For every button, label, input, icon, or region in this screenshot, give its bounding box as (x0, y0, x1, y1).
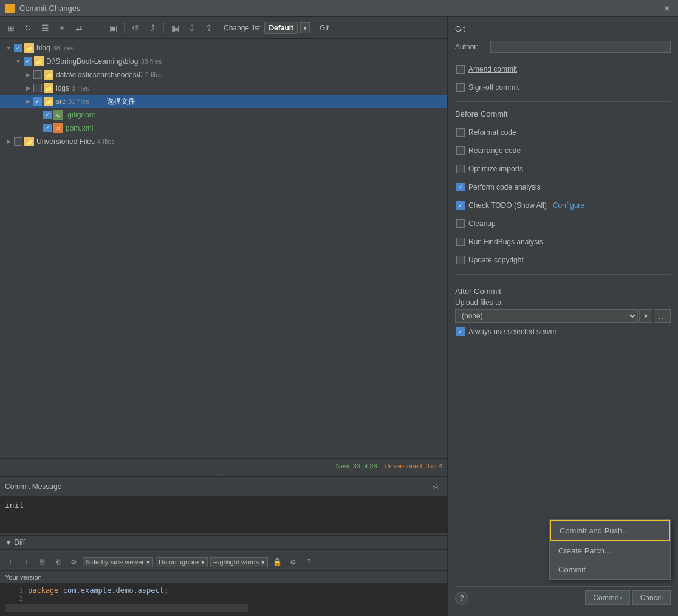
diff-viewer-arrow: ▾ (146, 558, 150, 566)
run-findbugs-row[interactable]: Run FindBugs analysis (455, 235, 671, 248)
diff-settings-button[interactable]: ⚙ (67, 555, 80, 569)
upload-dropdown-container: (none) ▾ … (455, 309, 671, 323)
diff-copy2-button[interactable]: ⎗ (51, 555, 64, 569)
update-copyright-checkbox[interactable] (456, 256, 465, 264)
tree-row-logs[interactable]: ▶ 📁 logs 3 files (0, 81, 447, 95)
tree-check-unversioned[interactable] (14, 137, 22, 146)
diff-help-button[interactable]: ? (302, 555, 315, 569)
amend-commit-row[interactable]: Amend commit (455, 63, 671, 76)
git-section-title: Git (455, 24, 671, 33)
commit-and-push-item[interactable]: Commit and Push... (550, 520, 670, 541)
tree-row-src[interactable]: ▶ ✓ 📁 src 31 files 选择文件 (0, 95, 447, 108)
perform-code-analysis-checkbox[interactable]: ✓ (456, 183, 465, 191)
run-findbugs-checkbox[interactable] (456, 238, 465, 246)
diff-lock-button[interactable]: 🔒 (270, 555, 284, 569)
diff-ignore-dropdown[interactable]: Do not ignore ▾ (156, 557, 208, 567)
perform-code-analysis-row[interactable]: ✓ Perform code analysis (455, 180, 671, 194)
tree-check-springboot[interactable]: ✓ (24, 57, 32, 66)
tree-row-gitignore[interactable]: ✓ G .gitignore (0, 108, 447, 121)
author-input[interactable] (490, 41, 671, 53)
tree-row-unversioned[interactable]: ▶ 📁 Unversioned Files 4 files (0, 135, 447, 148)
upload-dropdown[interactable]: (none) (455, 309, 638, 323)
always-use-server-checkbox[interactable]: ✓ (456, 327, 465, 336)
diff-prev-button[interactable]: ↑ (4, 555, 17, 569)
diff-viewer-dropdown[interactable]: Side-by-side viewer ▾ (83, 557, 153, 567)
rearrange-code-checkbox[interactable] (456, 146, 465, 155)
undo-button[interactable]: ↺ (128, 21, 143, 35)
diff-gear-button[interactable]: ⚙ (286, 555, 300, 569)
git-label: Git (320, 24, 329, 32)
reformat-code-checkbox[interactable] (456, 128, 465, 137)
help-button[interactable]: ? (455, 592, 468, 605)
upload-dropdown-arrow-btn[interactable]: ▾ (639, 309, 652, 323)
rearrange-code-row[interactable]: Rearrange code (455, 144, 671, 157)
commit-dropdown: Commit and Push... Create Patch... Commi… (549, 519, 671, 580)
change-list-value: Default (264, 22, 298, 34)
group-by-button[interactable]: ☰ (38, 21, 52, 35)
tree-check-logs[interactable] (33, 84, 42, 92)
tree-check-gitignore[interactable]: ✓ (43, 111, 52, 119)
tree-row-springboot[interactable]: ▼ ✓ 📁 D:\SpringBoot-Learning\blog 38 fil… (0, 55, 447, 68)
change-list-dropdown[interactable]: ▾ (300, 22, 310, 33)
after-commit-section: After Commit Upload files to: (none) ▾ …… (455, 287, 671, 338)
tree-check-blog[interactable]: ✓ (14, 44, 22, 52)
commit-message-label: Commit Message (5, 482, 61, 491)
always-use-server-row[interactable]: ✓ Always use selected server (455, 325, 671, 338)
diff-button[interactable]: ▣ (106, 21, 120, 35)
commit-item[interactable]: Commit (550, 560, 670, 579)
tree-row-blog[interactable]: ▼ ✓ 📁 blog 38 files (0, 41, 447, 55)
commit-button-arrow: ▾ (620, 595, 622, 601)
sign-off-checkbox[interactable] (456, 83, 465, 92)
app-icon (5, 4, 15, 13)
move-to-changelist-button[interactable]: ⇄ (72, 21, 86, 35)
remove-button[interactable]: — (89, 21, 103, 35)
check-todo-row[interactable]: ✓ Check TODO (Show All) Configure (455, 199, 671, 212)
sort-asc-button[interactable]: ⇩ (185, 21, 199, 35)
cleanup-row[interactable]: Cleanup (455, 217, 671, 230)
run-findbugs-label: Run FindBugs analysis (468, 238, 543, 246)
tree-label-pomxml: pom.xml (66, 124, 93, 132)
cleanup-checkbox[interactable] (456, 219, 465, 228)
commit-button[interactable]: Commit ▾ (585, 590, 629, 605)
bottom-area: Commit and Push... Create Patch... Commi… (455, 584, 671, 609)
cancel-button[interactable]: Cancel (632, 590, 671, 605)
commit-button-label: Commit (593, 594, 618, 602)
add-button[interactable]: ＋ (55, 21, 69, 35)
tree-row-pomxml[interactable]: ✓ X pom.xml (0, 121, 447, 135)
diff-highlight-dropdown[interactable]: Highlight words ▾ (210, 557, 268, 567)
commit-message-action-button[interactable]: ⎘ (428, 479, 442, 494)
diff-copy-button[interactable]: ⎘ (35, 555, 49, 569)
tree-check-src[interactable]: ✓ (33, 97, 42, 106)
optimize-imports-row[interactable]: Optimize imports (455, 162, 671, 176)
create-patch-item[interactable]: Create Patch... (550, 541, 670, 560)
tree-row-elasticsearch[interactable]: ▶ 📁 data\elasticsearch\nodes\0 2 files (0, 68, 447, 81)
optimize-imports-checkbox[interactable] (456, 165, 465, 173)
jump-button[interactable]: ⤴ (145, 21, 160, 35)
refresh-button[interactable]: ↻ (21, 21, 35, 35)
always-use-server-label: Always use selected server (468, 327, 556, 336)
line-number-1: 1 (5, 587, 23, 595)
upload-more-btn[interactable]: … (654, 309, 671, 323)
close-button[interactable]: ✕ (661, 2, 673, 15)
divider-2 (455, 274, 671, 275)
diff-highlight-arrow: ▾ (261, 558, 265, 566)
tree-count-blog: 38 files (53, 44, 74, 52)
tree-label-springboot: D:\SpringBoot-Learning\blog (46, 57, 138, 66)
diff-toolbar: ↑ ↓ ⎘ ⎗ ⚙ Side-by-side viewer ▾ Do not i… (0, 553, 447, 571)
reformat-code-row[interactable]: Reformat code (455, 126, 671, 139)
main-container: ⊞ ↻ ☰ ＋ ⇄ — ▣ ↺ ⤴ ▦ ⇩ ⇪ Change list: Def… (0, 17, 678, 616)
sign-off-row[interactable]: Sign-off commit (455, 81, 671, 94)
configure-link[interactable]: Configure (553, 201, 584, 210)
check-todo-checkbox[interactable]: ✓ (456, 201, 465, 210)
commit-message-input[interactable]: init (0, 497, 447, 533)
folder-icon-springboot: 📁 (34, 56, 44, 66)
tree-check-pomxml[interactable]: ✓ (43, 124, 52, 132)
sort-desc-button[interactable]: ⇪ (202, 21, 216, 35)
tree-check-elasticsearch[interactable] (33, 70, 42, 79)
amend-commit-checkbox[interactable] (456, 65, 465, 74)
expand-all-button[interactable]: ⊞ (4, 21, 18, 35)
update-copyright-row[interactable]: Update copyright (455, 253, 671, 267)
view-mode-button[interactable]: ▦ (168, 21, 182, 35)
diff-next-button[interactable]: ↓ (19, 555, 33, 569)
line-number-2: 2 (5, 595, 23, 603)
